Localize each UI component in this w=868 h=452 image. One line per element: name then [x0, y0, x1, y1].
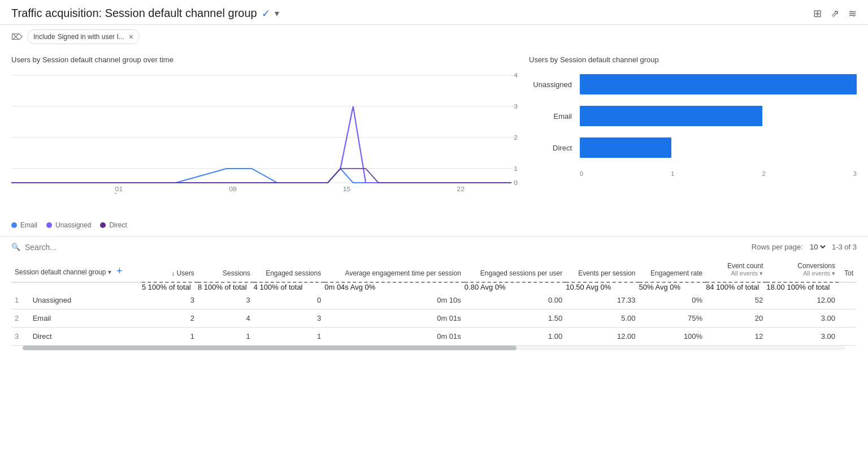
bar-track-direct	[580, 136, 857, 159]
row-sessions: 1	[198, 328, 254, 346]
totals-engaged: 4 100% of total	[254, 282, 324, 291]
row-avg-eng: 0m 01s	[324, 328, 465, 346]
row-conversions: 3.00	[766, 309, 839, 328]
svg-text:15: 15	[343, 186, 351, 192]
table-meta: Rows per page: 10 25 50 1-3 of 3	[752, 242, 857, 252]
row-engaged: 3	[254, 309, 324, 328]
row-eng-per-user: 1.00	[465, 328, 566, 346]
totals-conversions: 18.00 100% of total	[766, 282, 839, 291]
header-left: Traffic acquisition: Session default cha…	[11, 7, 279, 20]
row-events-per-session: 12.00	[566, 328, 639, 346]
bar-row-direct: Direct	[529, 136, 857, 159]
legend-email: Email	[11, 221, 37, 229]
row-dimension: 3 Direct	[11, 328, 142, 346]
row-eng-rate: 75%	[639, 309, 706, 328]
bar-track-unassigned	[580, 73, 857, 96]
row-dimension: 2 Email	[11, 309, 142, 328]
svg-text:22: 22	[457, 186, 465, 192]
col-header-engaged-sessions: Engaged sessions	[254, 257, 324, 282]
check-icon: ✓	[262, 7, 270, 20]
svg-text:4: 4	[514, 72, 518, 79]
row-events-per-session: 5.00	[566, 309, 639, 328]
bar-label-email: Email	[529, 112, 580, 120]
totals-eng-per-user: 0.80 Avg 0%	[465, 282, 566, 291]
share-button[interactable]: ⇗	[831, 7, 839, 20]
legend-dot-unassigned	[46, 222, 52, 228]
row-users: 3	[142, 291, 198, 309]
dimension-dropdown-icon[interactable]: ▾	[108, 268, 111, 276]
row-events-per-session: 17.33	[566, 291, 639, 309]
legend-dot-email	[11, 222, 17, 228]
line-chart: 4 3 2 1 0 01 Jan 08 15 22	[11, 70, 518, 217]
col-header-sessions: Sessions	[198, 257, 254, 282]
totals-users: 5 100% of total	[142, 282, 198, 291]
compare-button[interactable]: ≋	[848, 7, 857, 20]
grid-button[interactable]: ⊞	[813, 7, 822, 20]
table-body: 1 Unassigned 3 3 0 0m 10s 0.00 17.33 0% …	[11, 291, 857, 346]
svg-text:08: 08	[229, 186, 237, 192]
table-row: 2 Email 2 4 3 0m 01s 1.50 5.00 75% 20 3.…	[11, 309, 857, 328]
bar-label-unassigned: Unassigned	[529, 80, 580, 89]
legend-dot-direct	[100, 222, 106, 228]
pagination-text: 1-3 of 3	[832, 243, 857, 251]
bar-axis: 0 1 2 3	[529, 170, 857, 177]
row-number: 1	[15, 296, 24, 304]
row-users: 1	[142, 328, 198, 346]
row-avg-eng: 0m 01s	[324, 309, 465, 328]
axis-0: 0	[580, 170, 583, 177]
col-header-events-per-session: Events per session	[566, 257, 639, 282]
title-dropdown-icon[interactable]: ▾	[275, 8, 279, 19]
row-conversions: 12.00	[766, 291, 839, 309]
row-number: 3	[15, 332, 24, 341]
rows-select[interactable]: 10 25 50	[808, 242, 827, 252]
axis-3: 3	[853, 170, 857, 177]
filter-chip[interactable]: Include Signed in with user I... ×	[27, 29, 140, 44]
svg-text:Jan: Jan	[113, 192, 124, 194]
line-chart-svg: 4 3 2 1 0 01 Jan 08 15 22	[11, 70, 518, 194]
bar-fill-unassigned	[580, 74, 857, 94]
row-name: Email	[33, 314, 51, 322]
chart-legend: Email Unassigned Direct	[11, 221, 518, 229]
row-number: 2	[15, 314, 24, 322]
rows-per-page-selector[interactable]: 10 25 50	[808, 242, 827, 252]
bar-row-unassigned: Unassigned	[529, 73, 857, 96]
bar-chart-container: Users by Session default channel group U…	[529, 55, 857, 229]
header-top-icons: ⊞ ⇗ ≋	[813, 7, 857, 20]
row-tot	[839, 309, 857, 328]
rows-per-page-label: Rows per page:	[752, 243, 803, 251]
filter-bar: ⌦ Include Signed in with user I... ×	[0, 25, 868, 49]
bar-chart-inner: Unassigned Email Direct	[529, 73, 857, 168]
totals-event-count: 84 100% of total	[706, 282, 766, 291]
svg-text:2: 2	[514, 134, 518, 141]
legend-label-direct: Direct	[109, 221, 127, 229]
row-event-count: 20	[706, 309, 766, 328]
scrollbar-container[interactable]	[23, 346, 845, 350]
axis-1: 1	[671, 170, 674, 177]
row-eng-rate: 100%	[639, 328, 706, 346]
row-dimension: 1 Unassigned	[11, 291, 142, 309]
row-engaged: 0	[254, 291, 324, 309]
search-box[interactable]: 🔍	[11, 243, 138, 252]
col-header-dimension: Session default channel group ▾ +	[11, 257, 142, 282]
bar-fill-email	[580, 106, 762, 126]
legend-direct: Direct	[100, 221, 127, 229]
filter-close-icon[interactable]: ×	[129, 32, 133, 41]
axis-2: 2	[762, 170, 766, 177]
totals-events-per-session: 10.50 Avg 0%	[566, 282, 639, 291]
table-section: 🔍 Rows per page: 10 25 50 1-3 of 3 Sessi…	[0, 236, 868, 350]
search-row: 🔍 Rows per page: 10 25 50 1-3 of 3	[11, 236, 857, 257]
legend-unassigned: Unassigned	[46, 221, 91, 229]
bar-chart-title: Users by Session default channel group	[529, 55, 857, 64]
col-header-users: ↓ Users	[142, 257, 198, 282]
filter-label: Include	[33, 33, 55, 41]
search-input[interactable]	[25, 243, 138, 252]
totals-row: 5 100% of total 8 100% of total 4 100% o…	[11, 282, 857, 291]
data-table: Session default channel group ▾ + ↓ User…	[11, 257, 857, 346]
col-header-avg-engagement: Average engagement time per session	[324, 257, 465, 282]
add-column-button[interactable]: +	[116, 265, 123, 277]
legend-label-email: Email	[20, 221, 37, 229]
totals-avg-eng: 0m 04s Avg 0%	[324, 282, 465, 291]
table-row: 3 Direct 1 1 1 0m 01s 1.00 12.00 100% 12…	[11, 328, 857, 346]
scrollbar-thumb[interactable]	[23, 346, 517, 350]
bar-row-email: Email	[529, 105, 857, 127]
